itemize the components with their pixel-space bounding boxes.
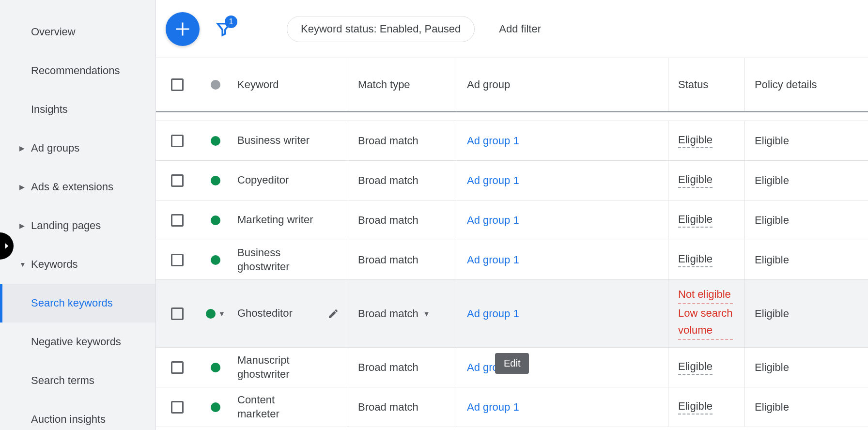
column-header-keyword[interactable]: Keyword [232,78,348,91]
sidebar-subitem-search-keywords[interactable]: Search keywords [0,284,155,322]
edit-keyword-button[interactable] [327,308,339,320]
table-row[interactable]: Business writerBroad matchAd group 1Elig… [156,121,868,161]
sidebar: OverviewRecommendationsInsights▶Ad group… [0,0,156,430]
column-header-ad-group[interactable]: Ad group [457,58,668,111]
status-text[interactable]: Eligible [678,400,713,415]
ad-group-link[interactable]: Ad group 1 [467,254,519,266]
status-enabled-icon[interactable] [206,309,216,319]
row-checkbox[interactable] [171,174,184,187]
status-enabled-icon [211,363,220,372]
status-text[interactable]: Eligible [678,173,713,188]
column-header-match-type[interactable]: Match type [348,58,457,111]
sidebar-item-label: Keywords [31,258,78,271]
status-enabled-icon [211,215,220,225]
caret-right-icon: ▶ [19,183,31,191]
match-type-text: Broad match [358,174,418,187]
add-filter-button[interactable]: Add filter [499,23,541,35]
ad-group-link[interactable]: Ad group 1 [467,307,519,320]
ad-group-link[interactable]: Ad group 1 [467,174,519,187]
add-keyword-button[interactable] [166,12,200,46]
status-text[interactable]: Not eligible [678,287,733,304]
status-text[interactable]: Eligible [678,213,713,228]
table-row[interactable]: Marketing writerBroad matchAd group 1Eli… [156,200,868,240]
filter-button[interactable]: 1 [209,15,238,44]
toolbar: 1 Keyword status: Enabled, Paused Add fi… [156,0,868,58]
row-checkbox[interactable] [171,135,184,147]
sidebar-subitem-auction-insights[interactable]: Auction insights [0,400,155,430]
caret-down-icon[interactable]: ▼ [423,310,430,318]
caret-right-icon: ▶ [19,144,31,152]
sidebar-item-label: Landing pages [31,219,101,232]
match-type-text: Broad match [358,307,418,320]
ad-group-link[interactable]: Ad group 1 [467,135,519,147]
match-type-text: Broad match [358,401,418,414]
keyword-text: Copyeditor [237,173,289,187]
sidebar-item-recommendations[interactable]: Recommendations [0,51,155,90]
sidebar-item-ads-extensions[interactable]: ▶Ads & extensions [0,168,155,206]
row-checkbox[interactable] [171,307,184,320]
keyword-text: Manuscript ghostwriter [237,353,315,381]
chevron-right-icon [2,241,12,251]
policy-text: Eligible [755,214,789,227]
table-row[interactable]: Business ghostwriterBroad matchAd group … [156,240,868,280]
sidebar-subitem-label: Search keywords [31,297,113,309]
status-enabled-icon [211,255,220,265]
keyword-text: Business writer [237,134,310,148]
status-text[interactable]: Eligible [678,360,713,375]
edit-tooltip: Edit [495,353,529,374]
sidebar-item-keywords[interactable]: ▼Keywords [0,245,155,284]
sidebar-subitem-search-terms[interactable]: Search terms [0,361,155,400]
keyword-text: Content marketer [237,393,315,421]
sidebar-subitem-label: Auction insights [31,413,106,426]
filter-chip-keyword-status[interactable]: Keyword status: Enabled, Paused [287,16,475,42]
sidebar-item-ad-groups[interactable]: ▶Ad groups [0,129,155,168]
column-header-policy[interactable]: Policy details [744,58,868,111]
keyword-text: Ghosteditor [237,307,293,321]
status-text[interactable]: Eligible [678,253,713,267]
policy-text: Eligible [755,174,789,187]
caret-down-icon: ▼ [218,310,225,318]
column-header-status[interactable]: Status [668,58,744,111]
status-enabled-icon [211,136,220,146]
table-row[interactable]: ▼GhosteditorBroad match▼Ad group 1Not el… [156,280,868,348]
policy-text: Eligible [755,135,789,147]
status-enabled-icon [211,402,220,412]
sidebar-subitem-label: Negative keywords [31,336,121,348]
policy-text: Eligible [755,254,789,266]
sidebar-item-insights[interactable]: Insights [0,90,155,129]
sidebar-subitem-label: Search terms [31,374,94,387]
sidebar-item-label: Recommendations [31,64,120,77]
table-header-row: Keyword Match type Ad group Status Polic… [156,58,868,112]
row-checkbox[interactable] [171,361,184,374]
keyword-text: Marketing writer [237,213,313,227]
sidebar-item-label: Overview [31,26,76,38]
match-type-text: Broad match [358,214,418,227]
sidebar-item-label: Insights [31,103,68,116]
filter-count-badge: 1 [225,15,237,28]
status-enabled-icon [211,176,220,185]
status-indicator-header [211,80,220,90]
sidebar-subitem-negative-keywords[interactable]: Negative keywords [0,322,155,361]
table-row[interactable]: Content marketerBroad matchAd group 1Eli… [156,387,868,427]
row-checkbox[interactable] [171,254,184,266]
status-text[interactable]: Eligible [678,134,713,148]
status-text[interactable]: Low search [678,306,733,321]
match-type-text: Broad match [358,254,418,266]
status-text[interactable]: volume [678,323,733,340]
sidebar-item-overview[interactable]: Overview [0,13,155,51]
pencil-icon [327,308,339,320]
ad-group-link[interactable]: Ad group 1 [467,401,519,414]
row-checkbox[interactable] [171,401,184,414]
sidebar-item-landing-pages[interactable]: ▶Landing pages [0,206,155,245]
match-type-text: Broad match [358,361,418,374]
row-checkbox[interactable] [171,214,184,227]
sidebar-item-label: Ads & extensions [31,181,113,193]
match-type-text: Broad match [358,135,418,147]
main-content: 1 Keyword status: Enabled, Paused Add fi… [156,0,868,430]
caret-right-icon: ▶ [19,222,31,230]
caret-down-icon: ▼ [19,261,31,268]
select-all-checkbox[interactable] [171,78,184,91]
sidebar-item-label: Ad groups [31,142,79,154]
table-row[interactable]: CopyeditorBroad matchAd group 1EligibleE… [156,161,868,200]
ad-group-link[interactable]: Ad group 1 [467,214,519,227]
